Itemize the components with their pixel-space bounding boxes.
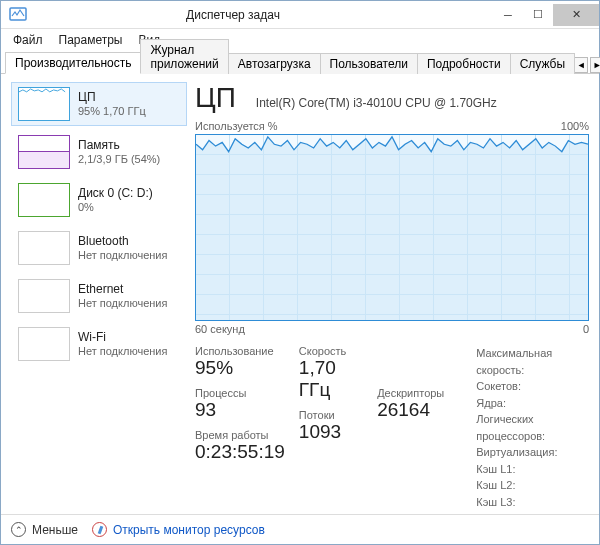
chevron-up-icon: ⌃ bbox=[11, 522, 26, 537]
fewer-details-button[interactable]: ⌃ Меньше bbox=[11, 522, 78, 537]
main-panel: ЦП Intel(R) Core(TM) i3-4010U CPU @ 1.70… bbox=[195, 82, 589, 510]
uptime-value: 0:23:55:19 bbox=[195, 441, 285, 463]
sidebar-cpu-label: ЦП bbox=[78, 90, 146, 104]
speed-value: 1,70 ГГц bbox=[299, 357, 363, 401]
info-logical: Логических процессоров: bbox=[476, 411, 589, 444]
handles-value: 26164 bbox=[377, 399, 444, 421]
info-l2: Кэш L2: bbox=[476, 477, 589, 494]
cpu-chart[interactable] bbox=[195, 134, 589, 321]
resource-link-label: Открыть монитор ресурсов bbox=[113, 523, 265, 537]
sidebar-eth-label: Ethernet bbox=[78, 282, 167, 296]
close-button[interactable]: ✕ bbox=[553, 4, 599, 26]
info-cores: Ядра: bbox=[476, 395, 589, 412]
tab-scroll-left[interactable]: ◄ bbox=[574, 57, 588, 73]
tabstrip: Производительность Журнал приложений Авт… bbox=[1, 50, 599, 74]
cpu-info-block: Максимальная скорость: Сокетов: Ядра: Ло… bbox=[476, 345, 589, 510]
processor-name: Intel(R) Core(TM) i3-4010U CPU @ 1.70GHz bbox=[256, 96, 497, 110]
tab-details[interactable]: Подробности bbox=[417, 53, 511, 74]
maximize-button[interactable]: ☐ bbox=[523, 4, 553, 26]
sidebar-item-memory[interactable]: Память 2,1/3,9 ГБ (54%) bbox=[11, 130, 187, 174]
menubar: Файл Параметры Вид bbox=[1, 29, 599, 50]
titlebar[interactable]: Диспетчер задач ─ ☐ ✕ bbox=[1, 1, 599, 29]
chart-100-label: 100% bbox=[561, 120, 589, 132]
tab-users[interactable]: Пользователи bbox=[320, 53, 418, 74]
footer: ⌃ Меньше Открыть монитор ресурсов bbox=[1, 514, 599, 544]
sidebar-bt-label: Bluetooth bbox=[78, 234, 167, 248]
chart-60s-label: 60 секунд bbox=[195, 323, 245, 335]
uptime-label: Время работы bbox=[195, 429, 285, 441]
info-l3: Кэш L3: bbox=[476, 494, 589, 511]
minimize-button[interactable]: ─ bbox=[493, 4, 523, 26]
sidebar-item-cpu[interactable]: ЦП 95% 1,70 ГГц bbox=[11, 82, 187, 126]
sidebar-memory-label: Память bbox=[78, 138, 160, 152]
menu-file[interactable]: Файл bbox=[5, 31, 51, 49]
window-title: Диспетчер задач bbox=[0, 8, 493, 22]
tab-app-history[interactable]: Журнал приложений bbox=[140, 39, 228, 74]
open-resource-monitor-link[interactable]: Открыть монитор ресурсов bbox=[92, 522, 265, 537]
threads-value: 1093 bbox=[299, 421, 363, 443]
task-manager-window: Диспетчер задач ─ ☐ ✕ Файл Параметры Вид… bbox=[0, 0, 600, 545]
sidebar-cpu-sub: 95% 1,70 ГГц bbox=[78, 105, 146, 118]
sidebar-memory-sub: 2,1/3,9 ГБ (54%) bbox=[78, 153, 160, 166]
chart-0-label: 0 bbox=[583, 323, 589, 335]
chart-usage-label: Используется % bbox=[195, 120, 278, 132]
content-area: ЦП 95% 1,70 ГГц Память 2,1/3,9 ГБ (54%) … bbox=[1, 74, 599, 514]
page-title: ЦП bbox=[195, 82, 236, 114]
speed-label: Скорость bbox=[299, 345, 363, 357]
sidebar-item-disk[interactable]: Диск 0 (C: D:) 0% bbox=[11, 178, 187, 222]
sidebar-disk-label: Диск 0 (C: D:) bbox=[78, 186, 153, 200]
bluetooth-thumb-icon bbox=[18, 231, 70, 265]
perf-sidebar: ЦП 95% 1,70 ГГц Память 2,1/3,9 ГБ (54%) … bbox=[11, 82, 187, 510]
cpu-thumb-icon bbox=[18, 87, 70, 121]
resource-monitor-icon bbox=[92, 522, 107, 537]
threads-label: Потоки bbox=[299, 409, 363, 421]
sidebar-item-bluetooth[interactable]: Bluetooth Нет подключения bbox=[11, 226, 187, 270]
processes-label: Процессы bbox=[195, 387, 285, 399]
tab-scroll-right[interactable]: ► bbox=[590, 57, 600, 73]
usage-label: Использование bbox=[195, 345, 285, 357]
sidebar-bt-sub: Нет подключения bbox=[78, 249, 167, 262]
ethernet-thumb-icon bbox=[18, 279, 70, 313]
info-virt: Виртуализация: bbox=[476, 444, 589, 461]
sidebar-disk-sub: 0% bbox=[78, 201, 153, 214]
info-l1: Кэш L1: bbox=[476, 461, 589, 478]
menu-options[interactable]: Параметры bbox=[51, 31, 131, 49]
sidebar-wifi-sub: Нет подключения bbox=[78, 345, 167, 358]
usage-value: 95% bbox=[195, 357, 285, 379]
info-maxspeed: Максимальная скорость: bbox=[476, 345, 589, 378]
sidebar-item-ethernet[interactable]: Ethernet Нет подключения bbox=[11, 274, 187, 318]
wifi-thumb-icon bbox=[18, 327, 70, 361]
disk-thumb-icon bbox=[18, 183, 70, 217]
info-sockets: Сокетов: bbox=[476, 378, 589, 395]
tab-performance[interactable]: Производительность bbox=[5, 52, 141, 74]
memory-thumb-icon bbox=[18, 135, 70, 169]
processes-value: 93 bbox=[195, 399, 285, 421]
fewer-label: Меньше bbox=[32, 523, 78, 537]
tab-services[interactable]: Службы bbox=[510, 53, 575, 74]
sidebar-eth-sub: Нет подключения bbox=[78, 297, 167, 310]
tab-startup[interactable]: Автозагрузка bbox=[228, 53, 321, 74]
handles-label: Дескрипторы bbox=[377, 387, 444, 399]
sidebar-item-wifi[interactable]: Wi-Fi Нет подключения bbox=[11, 322, 187, 366]
sidebar-wifi-label: Wi-Fi bbox=[78, 330, 167, 344]
